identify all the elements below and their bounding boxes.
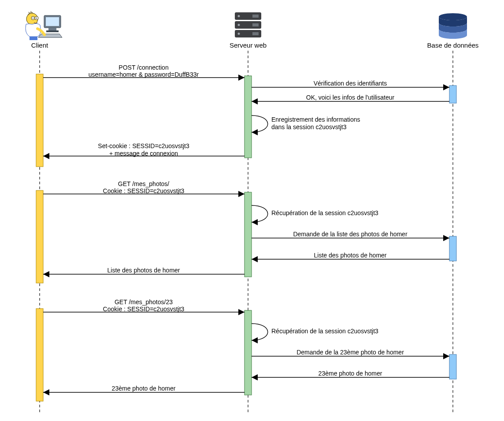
server-icon [235,12,261,37]
svg-rect-2 [48,28,56,30]
database-label: Base de données [427,41,479,49]
server-label: Serveur web [230,41,267,49]
client-label: Client [31,41,48,49]
db-activation-3 [449,354,456,379]
server-activation-3 [245,310,252,395]
client-activation-3 [36,309,43,401]
msg-request-photo-23-label: Demande de la 23ème photo de homer [296,349,404,356]
client-activation-2 [36,190,43,283]
msg-store-session-line2: dans la session c2uosvstjt3 [271,123,347,130]
msg-get-photos-line1: GET /mes_photos/ [118,180,170,187]
msg-photo-23-db-label: 23ème photo de homer [319,370,382,377]
svg-point-12 [238,15,240,17]
msg-load-session-3-label: Récupération de la session c2uosvstjt3 [271,328,378,335]
msg-post-connection-line1: POST /connection [119,64,168,71]
msg-get-photo-23-line2: Cookie : SESSID=c2uosvstjt3 [103,306,185,313]
database-icon [439,13,467,39]
sequence-diagram: Client Serveur web Base de données POST … [0,0,504,421]
msg-photo-list-db-label: Liste des photos de homer [314,252,387,259]
msg-store-session [252,115,268,132]
svg-point-13 [238,24,240,26]
msg-verify-credentials-label: Vérification des identifiants [314,80,387,87]
msg-photo-23-client-label: 23ème photo de homer [112,385,176,392]
client-icon [26,11,62,40]
client-activation-1 [36,74,43,167]
msg-set-cookie-line1: Set-cookie : SESSID=c2uosvstjt3 [98,142,189,149]
server-activation-1 [245,76,252,158]
svg-rect-17 [252,32,259,35]
db-activation-1 [449,86,456,103]
msg-credentials-ok-label: OK, voici les infos de l'utilisateur [306,94,395,101]
svg-point-18 [439,13,467,20]
svg-rect-15 [252,15,259,18]
svg-point-14 [238,33,240,35]
msg-load-session-3 [252,324,268,340]
svg-point-8 [36,18,37,19]
msg-store-session-line1: Enregistrement des informations [271,116,360,123]
msg-get-photos-line2: Cookie : SESSID=c2uosvstjt3 [103,187,185,194]
db-activation-2 [449,236,456,261]
svg-rect-3 [46,30,59,32]
msg-set-cookie-line2: + message de connexion [109,150,178,157]
msg-request-photo-list-label: Demande de la liste des photos de homer [293,231,407,238]
msg-load-session-2 [252,205,268,222]
msg-photo-list-client-label: Liste des photos de homer [107,267,180,274]
msg-get-photo-23-line1: GET /mes_photos/23 [115,298,173,306]
msg-load-session-2-label: Récupération de la session c2uosvstjt3 [271,209,378,216]
svg-rect-1 [46,17,59,26]
svg-rect-16 [252,23,259,26]
msg-post-connection-line2: username=homer & password=DuffB33r [89,71,199,78]
server-activation-2 [245,192,252,277]
svg-point-7 [33,18,33,19]
